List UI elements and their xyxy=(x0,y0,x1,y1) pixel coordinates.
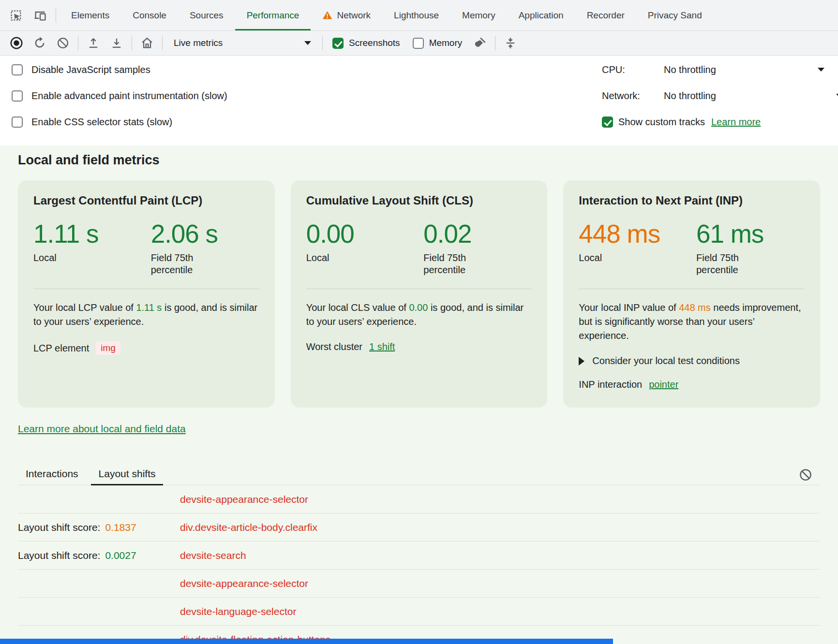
broom-icon xyxy=(473,36,487,50)
tab-label: Console xyxy=(133,10,166,21)
setting-label: Disable JavaScript samples xyxy=(31,64,150,75)
tab-label: Network xyxy=(337,10,371,21)
inp-field-value: 61 ms xyxy=(696,220,764,248)
tab-interactions[interactable]: Interactions xyxy=(18,464,86,485)
inp-values: 448 ms Local 61 ms Field 75th percentile xyxy=(579,220,805,289)
layout-shift-row: devsite-appearance-selector xyxy=(18,570,820,598)
load-profile-button[interactable] xyxy=(105,33,128,53)
tab-lighthouse[interactable]: Lighthouse xyxy=(382,0,450,30)
performance-toolbar: Live metrics Screenshots Memory xyxy=(0,31,838,56)
card-title: Cumulative Layout Shift (CLS) xyxy=(306,194,532,207)
home-icon xyxy=(140,36,154,50)
score-value: 0.1837 xyxy=(105,522,136,533)
chevron-down-icon[interactable] xyxy=(836,94,838,98)
lcp-element-row: LCP element img xyxy=(33,341,259,355)
tab-application[interactable]: Application xyxy=(507,0,575,30)
block-icon xyxy=(798,468,813,482)
node-link[interactable]: div.devsite-article-body.clearfix xyxy=(180,522,317,533)
score-value: 0.0027 xyxy=(105,550,136,561)
cpu-throttling-select[interactable]: No throttling xyxy=(664,64,716,75)
cpu-throttling-row: CPU: No throttling xyxy=(602,57,838,83)
horizontal-scrollbar-thumb[interactable] xyxy=(0,639,613,644)
home-button[interactable] xyxy=(135,33,159,53)
record-button[interactable] xyxy=(5,33,28,53)
inline-metric-value: 1.11 s xyxy=(136,302,162,313)
inp-interaction-link[interactable]: pointer xyxy=(649,379,678,390)
live-metrics-dropdown[interactable]: Live metrics xyxy=(166,38,319,48)
tab-sources[interactable]: Sources xyxy=(178,0,235,30)
node-link[interactable]: devsite-search xyxy=(180,550,246,561)
checkbox-checked-icon xyxy=(332,38,344,49)
lcp-local-value: 1.11 s xyxy=(33,220,151,248)
inp-local-value: 448 ms xyxy=(579,220,696,248)
tab-label: Application xyxy=(519,10,564,21)
separator xyxy=(56,8,56,23)
node-link[interactable]: devsite-appearance-selector xyxy=(180,494,308,505)
collect-garbage-button[interactable] xyxy=(468,33,492,53)
tab-recorder[interactable]: Recorder xyxy=(575,0,636,30)
inspect-button[interactable] xyxy=(4,0,28,30)
network-throttling-select[interactable]: No throttling xyxy=(664,90,716,102)
checkbox-unchecked-icon xyxy=(12,117,23,128)
worst-cluster-label: Worst cluster xyxy=(306,341,362,352)
local-label: Local xyxy=(33,252,101,264)
device-toolbar-icon xyxy=(33,9,47,22)
upload-icon xyxy=(87,36,100,50)
card-title: Interaction to Next Paint (INP) xyxy=(579,194,805,207)
device-toolbar-button[interactable] xyxy=(28,0,52,30)
cls-values: 0.00 Local 0.02 Field 75th percentile xyxy=(306,220,532,289)
tab-privacy-sandbox[interactable]: Privacy Sand xyxy=(636,0,714,30)
card-title: Largest Contentful Paint (LCP) xyxy=(33,194,259,207)
consider-test-conditions-toggle[interactable]: Consider your local test conditions xyxy=(579,355,805,366)
warning-icon xyxy=(322,10,332,20)
layout-shift-row: devsite-language-selector xyxy=(18,598,820,626)
show-custom-tracks-row: Show custom tracks Learn more xyxy=(602,109,838,135)
lcp-element-node-link[interactable]: img xyxy=(96,341,120,355)
inline-metric-value: 0.00 xyxy=(409,302,428,313)
node-link[interactable]: devsite-language-selector xyxy=(180,606,296,617)
checkbox-unchecked-icon xyxy=(12,64,23,75)
metric-card-lcp: Largest Contentful Paint (LCP) 1.11 s Lo… xyxy=(18,180,275,408)
network-throttling-row: Network: No throttling xyxy=(602,83,838,109)
tab-performance[interactable]: Performance xyxy=(235,0,311,30)
tab-memory[interactable]: Memory xyxy=(450,0,507,30)
separator xyxy=(495,36,495,50)
separator xyxy=(162,36,163,50)
logs-section: Interactions Layout shifts devsite-appea… xyxy=(18,464,820,644)
field-label: Field 75th percentile xyxy=(696,252,764,276)
save-profile-button[interactable] xyxy=(82,33,105,53)
memory-checkbox[interactable]: Memory xyxy=(406,38,469,49)
tab-layout-shifts[interactable]: Layout shifts xyxy=(91,464,164,485)
cls-description: Your local CLS value of 0.00 is good, an… xyxy=(306,301,532,329)
tab-elements[interactable]: Elements xyxy=(60,0,121,30)
show-custom-tracks-checkbox[interactable]: Show custom tracks xyxy=(602,117,705,128)
metric-cards: Largest Contentful Paint (LCP) 1.11 s Lo… xyxy=(18,180,820,408)
record-icon xyxy=(9,36,24,50)
cpu-label: CPU: xyxy=(602,64,664,75)
learn-more-field-data-link[interactable]: Learn more about local and field data xyxy=(18,423,186,435)
score-label: Layout shift score: xyxy=(18,522,100,533)
tab-console[interactable]: Console xyxy=(121,0,178,30)
worst-cluster-link[interactable]: 1 shift xyxy=(369,341,395,352)
clear-logs-button[interactable] xyxy=(796,465,815,484)
tab-network[interactable]: Network xyxy=(311,0,382,30)
field-label: Field 75th percentile xyxy=(151,252,219,276)
lcp-values: 1.11 s Local 2.06 s Field 75th percentil… xyxy=(33,220,259,289)
tab-label: Performance xyxy=(247,10,299,21)
local-label: Local xyxy=(306,252,374,264)
tab-label: Memory xyxy=(462,10,495,21)
lcp-field-value: 2.06 s xyxy=(151,220,219,248)
shortcuts-dialog-button[interactable] xyxy=(499,33,522,53)
tab-label: Privacy Sand xyxy=(648,10,702,21)
score-label: Layout shift score: xyxy=(18,550,100,561)
record-and-reload-button[interactable] xyxy=(28,33,51,53)
network-label: Network: xyxy=(602,90,664,102)
chevron-down-icon[interactable] xyxy=(818,68,824,72)
cls-local-value: 0.00 xyxy=(306,220,424,248)
clear-button[interactable] xyxy=(51,33,75,53)
block-icon xyxy=(56,36,70,50)
inp-interaction-row: INP interaction pointer xyxy=(579,379,805,390)
screenshots-checkbox[interactable]: Screenshots xyxy=(326,38,406,49)
learn-more-link[interactable]: Learn more xyxy=(711,117,761,128)
node-link[interactable]: devsite-appearance-selector xyxy=(180,578,308,589)
